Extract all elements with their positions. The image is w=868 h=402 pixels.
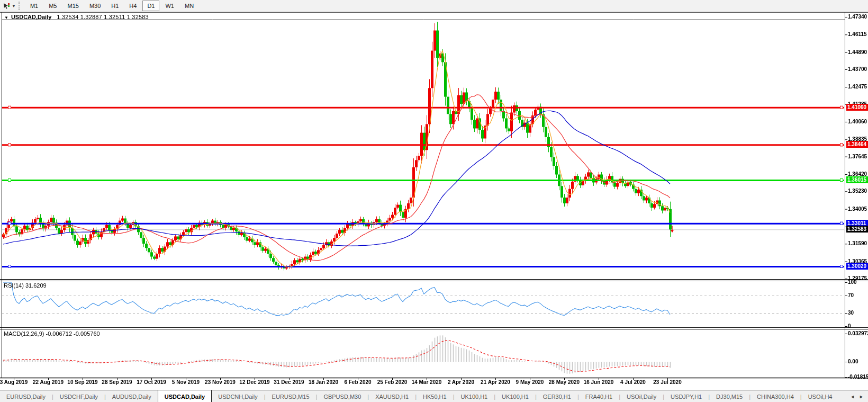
macd-axis-tick-label: -0.018154 <box>848 374 868 380</box>
price-axis-tick-label: 1.40060 <box>848 119 867 124</box>
chart-tab-usdcad-daily[interactable]: USDCAD,Daily <box>158 390 212 402</box>
macd-panel-label: MACD(12,26,9) -0.006712 -0.005760 <box>4 330 100 337</box>
price-line-badge: 1.36015 <box>846 176 868 183</box>
price-axis-tick-label: 1.42475 <box>848 84 867 90</box>
collapse-arrow-icon[interactable]: ▼ <box>4 15 8 20</box>
timeframe-button-d1[interactable]: D1 <box>142 1 159 11</box>
timeframe-button-h1[interactable]: H1 <box>106 1 123 11</box>
chart-tab-usdchf-daily[interactable]: USDCHF,Daily <box>53 390 104 402</box>
chart-tab-uk100-h1[interactable]: UK100,H1 <box>495 390 535 402</box>
chart-tab-eurusd-daily[interactable]: EURUSD,Daily <box>0 390 52 402</box>
macd-axis-tick-label: 0.00 <box>848 359 858 364</box>
date-axis-label: 23 Jul 2020 <box>644 379 691 385</box>
price-axis-tick-label: 1.34005 <box>848 206 867 212</box>
timeframe-button-w1[interactable]: W1 <box>160 1 179 11</box>
tab-scroll-buttons: ◄► <box>846 390 868 402</box>
price-axis-tick-label: 1.43700 <box>848 66 867 72</box>
timeframe-button-m5[interactable]: M5 <box>44 1 61 11</box>
chart-tab-bar: EURUSD,Daily|USDCHF,Daily|AUDUSD,DailyUS… <box>0 390 868 402</box>
price-line-badge: 1.32583 <box>846 226 868 233</box>
macd-axis-tick-label: 0.032972 <box>848 330 868 336</box>
price-axis-tick-label: 1.37645 <box>848 154 867 159</box>
chart-ohlc-values: 1.32534 1.32887 1.32511 1.32583 <box>57 14 149 20</box>
timeframe-button-h4[interactable]: H4 <box>124 1 141 11</box>
chart-tab-usdcnh-daily[interactable]: USDCNH,Daily <box>212 390 264 402</box>
chart-tab-china300-h4[interactable]: CHINA300,H4 <box>751 390 800 402</box>
price-axis-tick-label: 1.31590 <box>848 240 867 246</box>
timeframe-button-m15[interactable]: M15 <box>62 1 83 11</box>
chart-tab-usoil-h4[interactable]: USOil,H4 <box>802 390 839 402</box>
chart-symbol-label: USDCAD,Daily <box>11 14 51 20</box>
timeframe-button-mn[interactable]: MN <box>180 1 198 11</box>
tab-scroll-right-icon[interactable]: ► <box>859 394 864 399</box>
price-axis-tick-label: 1.46115 <box>848 31 867 37</box>
chart-tab-hk50-h1[interactable]: HK50,H1 <box>417 390 453 402</box>
crosshair-tool-icon[interactable] <box>2 2 11 10</box>
tab-scroll-left-icon[interactable]: ◄ <box>850 394 855 399</box>
price-axis-tick-label: 1.44890 <box>848 49 867 55</box>
chart-tab-audusd-daily[interactable]: AUDUSD,Daily <box>106 390 158 402</box>
chart-tab-xauusd-h1[interactable]: XAUUSD,H1 <box>369 390 415 402</box>
price-axis-tick-label: 1.35230 <box>848 188 867 194</box>
chart-title: ▼USDCAD,Daily1.32534 1.32887 1.32511 1.3… <box>4 14 149 20</box>
rsi-axis-tick-label: 70 <box>848 292 854 298</box>
toolbar-grip[interactable] <box>19 2 22 10</box>
chart-tab-ger30-h1[interactable]: GER30,H1 <box>537 390 577 402</box>
rsi-axis-tick-label: 100 <box>848 279 857 285</box>
timeframe-button-group: M1M5M15M30H1H4D1W1MN <box>25 1 199 11</box>
chart-tab-gbpusd-m30[interactable]: GBPUSD,M30 <box>317 390 367 402</box>
price-line-badge: 1.38464 <box>846 141 868 148</box>
rsi-axis-tick-label: 30 <box>848 310 854 316</box>
rsi-panel-label: RSI(14) 31.6209 <box>4 282 47 289</box>
chart-tab-uk100-h1[interactable]: UK100,H1 <box>454 390 494 402</box>
top-toolbar: ▼ M1M5M15M30H1H4D1W1MN <box>0 0 868 12</box>
chart-tab-eurusd-m15[interactable]: EURUSD,M15 <box>266 390 316 402</box>
chevron-down-icon[interactable]: ▼ <box>12 4 16 8</box>
timeframe-button-m1[interactable]: M1 <box>25 1 43 11</box>
price-axis-tick-label: 1.47340 <box>848 14 867 20</box>
chart-tab-fra40-h1[interactable]: FRA40,H1 <box>579 390 619 402</box>
chart-tab-usdjpy-h1[interactable]: USDJPY,H1 <box>664 390 708 402</box>
chart-tab-usoil-daily[interactable]: USOil,Daily <box>620 390 663 402</box>
price-line-badge: 1.41060 <box>846 104 868 111</box>
price-chart-canvas[interactable] <box>0 0 868 402</box>
rsi-axis-tick-label: 0 <box>848 323 851 329</box>
chart-tab-dj30-m15[interactable]: DJ30,M15 <box>710 390 749 402</box>
price-line-badge: 1.30020 <box>846 263 868 270</box>
timeframe-button-m30[interactable]: M30 <box>85 1 105 11</box>
